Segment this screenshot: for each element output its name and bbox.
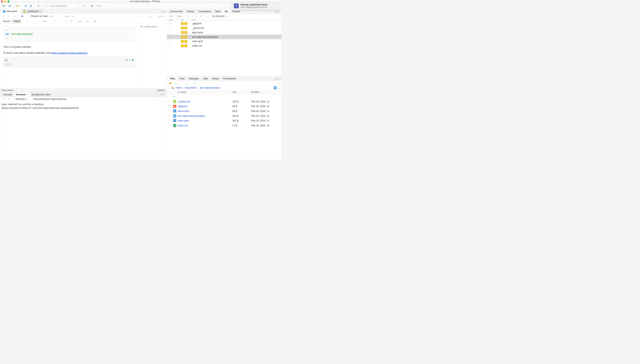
link-button[interactable]: 🔗 bbox=[65, 20, 68, 22]
bullet-list-button[interactable]: ☰ bbox=[53, 20, 56, 22]
file-name[interactable]: index.qmd bbox=[178, 119, 232, 122]
terminal-tab[interactable]: Terminal× bbox=[14, 92, 30, 97]
insert-chunk-button[interactable]: +C ▾ bbox=[139, 15, 143, 18]
close-icon[interactable]: × bbox=[26, 93, 28, 96]
minimize-pane-icon[interactable]: ▭ bbox=[274, 10, 277, 13]
minimize-window-button[interactable] bbox=[4, 0, 7, 2]
stage-checkbox[interactable] bbox=[169, 31, 171, 33]
more-crumb-button[interactable]: … bbox=[278, 86, 280, 89]
maximize-pane-icon[interactable]: ◻ bbox=[277, 78, 279, 80]
source-visual-toggle[interactable]: Source Visual bbox=[1, 19, 21, 23]
addins-menu[interactable]: Addins bbox=[96, 5, 103, 7]
maximize-pane-icon[interactable]: ◻ bbox=[164, 10, 166, 13]
show-in-new-window-button[interactable]: ⧉ bbox=[14, 15, 16, 17]
new-folder-button[interactable]: 📁 bbox=[168, 82, 172, 85]
history-button[interactable]: 🕘 bbox=[195, 15, 198, 18]
term-forward-button[interactable]: ⟶ bbox=[7, 98, 10, 100]
yaml-front-matter[interactable]: --- title: "amr-data-dictionary" --- bbox=[3, 26, 135, 42]
render-button[interactable]: ➜ Render bbox=[63, 15, 70, 18]
col-size[interactable]: Size bbox=[232, 91, 251, 94]
stage-checkbox[interactable] bbox=[169, 40, 171, 42]
pull-button[interactable]: ⬇ ▾ bbox=[186, 15, 190, 18]
tab-connections[interactable]: Connections bbox=[197, 9, 213, 14]
stage-checkbox[interactable] bbox=[169, 27, 171, 29]
notification-toast[interactable]: T Harvey, published news SHS Digital Exp… bbox=[232, 2, 280, 10]
more-button[interactable]: ⚙ ▾ bbox=[199, 15, 203, 18]
rename-button[interactable]: ➜ bbox=[186, 82, 189, 85]
push-button[interactable]: ⬆ bbox=[191, 15, 194, 18]
col-status[interactable]: Status bbox=[180, 19, 191, 21]
tab-presentation[interactable]: Presentation bbox=[221, 76, 238, 81]
grid-button[interactable]: ▾ bbox=[81, 4, 87, 8]
crumb-home[interactable]: Home bbox=[176, 86, 182, 89]
file-name[interactable]: _quarto.yml bbox=[178, 100, 232, 103]
italic-button[interactable]: I bbox=[30, 20, 32, 22]
file-row[interactable]: css styles.css 17 B Feb 19, 2025, 12 bbox=[167, 123, 282, 128]
goto-file-input[interactable] bbox=[49, 4, 78, 8]
stage-checkbox[interactable] bbox=[169, 36, 171, 38]
background-jobs-tab[interactable]: Background Jobs× bbox=[30, 92, 54, 97]
insert-menu[interactable]: Insert bbox=[85, 20, 91, 22]
col-modified[interactable]: Modified bbox=[251, 91, 280, 94]
close-window-button[interactable] bbox=[1, 0, 3, 2]
forward-button[interactable]: ⟶ bbox=[6, 15, 10, 18]
file-checkbox[interactable] bbox=[168, 100, 170, 102]
stage-checkbox[interactable] bbox=[169, 44, 171, 46]
scope-dropdown[interactable]: (Top Level) bbox=[1, 89, 14, 92]
delete-button[interactable]: ⊖ bbox=[179, 82, 182, 85]
col-path[interactable]: ▲ Path bbox=[191, 19, 280, 21]
save-button[interactable] bbox=[24, 4, 28, 8]
image-button[interactable]: 🖼 bbox=[69, 20, 72, 22]
file-name[interactable]: amr-data-dictionary.Rproj bbox=[178, 115, 232, 118]
file-row-up[interactable]: ⬑ .. bbox=[167, 94, 282, 99]
doc-type-dropdown[interactable]: Quarto bbox=[157, 89, 165, 92]
col-name[interactable]: ▲ Name bbox=[178, 91, 232, 94]
print-button[interactable] bbox=[37, 4, 41, 8]
close-terminal-button[interactable]: × bbox=[163, 98, 165, 100]
run-button[interactable]: → Run ▾ bbox=[147, 15, 154, 18]
quarto-docs-link[interactable]: https://quarto.org/docs/websites bbox=[51, 52, 88, 54]
crumb-project[interactable]: amr-data-dictionary bbox=[200, 86, 220, 89]
file-checkbox[interactable] bbox=[168, 119, 170, 122]
new-file-button[interactable]: ▾ bbox=[1, 4, 7, 8]
minimize-pane-icon[interactable]: ▭ bbox=[274, 78, 277, 80]
open-file-button[interactable]: ▾ bbox=[15, 4, 21, 8]
close-icon[interactable]: × bbox=[40, 10, 41, 13]
table-menu[interactable]: Table bbox=[92, 20, 98, 22]
console-tab[interactable]: Console bbox=[1, 92, 14, 97]
file-name[interactable]: styles.css bbox=[178, 124, 232, 127]
commit-button[interactable]: ✓ Commit bbox=[175, 15, 183, 18]
refresh-button[interactable]: ⟳ bbox=[228, 15, 231, 18]
block-style-menu[interactable]: Normal bbox=[42, 20, 48, 22]
editor-tab-index[interactable]: index.qmd × bbox=[1, 9, 21, 14]
tab-environment[interactable]: Environment bbox=[168, 9, 185, 14]
save-doc-button[interactable] bbox=[20, 14, 24, 18]
render-options-button[interactable]: ⚙ ▾ bbox=[71, 15, 75, 18]
branch-selector[interactable]: (no branch) bbox=[211, 14, 227, 18]
minimize-pane-icon[interactable]: ▭ bbox=[160, 93, 162, 96]
clear-terminal-button[interactable]: 🧹 bbox=[158, 98, 161, 100]
git-row[interactable]: ?? index.qmd bbox=[167, 39, 282, 44]
tab-build[interactable]: Build bbox=[214, 9, 222, 14]
file-row[interactable]: index.qmd 161 B Feb 19, 2025, 12 bbox=[167, 118, 282, 123]
refresh-files-button[interactable]: ⟳ bbox=[278, 82, 280, 85]
run-above-icon[interactable]: ▾ bbox=[130, 58, 131, 62]
file-checkbox[interactable] bbox=[168, 115, 170, 117]
render-on-save-checkbox[interactable]: Render on Save bbox=[28, 15, 48, 18]
new-project-button[interactable] bbox=[8, 4, 12, 8]
terminal-selector[interactable]: Terminal 1 bbox=[15, 98, 27, 100]
run-chunk-icon[interactable]: ▶ bbox=[132, 58, 134, 62]
tab-git[interactable]: Git bbox=[223, 9, 230, 14]
tab-help[interactable]: Help bbox=[201, 76, 210, 81]
maximize-pane-icon[interactable]: ◻ bbox=[277, 10, 279, 13]
file-row[interactable]: about.qmd 58 B Feb 19, 2025, 12 bbox=[167, 109, 282, 114]
goto-file-button[interactable] bbox=[44, 4, 48, 8]
home-icon[interactable]: 🏠 bbox=[171, 86, 174, 89]
find-button[interactable]: 🔍 bbox=[56, 15, 59, 18]
file-checkbox[interactable] bbox=[168, 105, 170, 107]
tab-packages[interactable]: Packages bbox=[187, 76, 201, 81]
source-mode-button[interactable]: Source bbox=[2, 19, 12, 23]
file-row[interactable]: ◆ .gitignore 40 B Feb 19, 2025, 12 bbox=[167, 104, 282, 109]
numbered-list-button[interactable]: ≡ bbox=[57, 20, 60, 22]
crumb-documents[interactable]: Documents bbox=[185, 86, 197, 89]
